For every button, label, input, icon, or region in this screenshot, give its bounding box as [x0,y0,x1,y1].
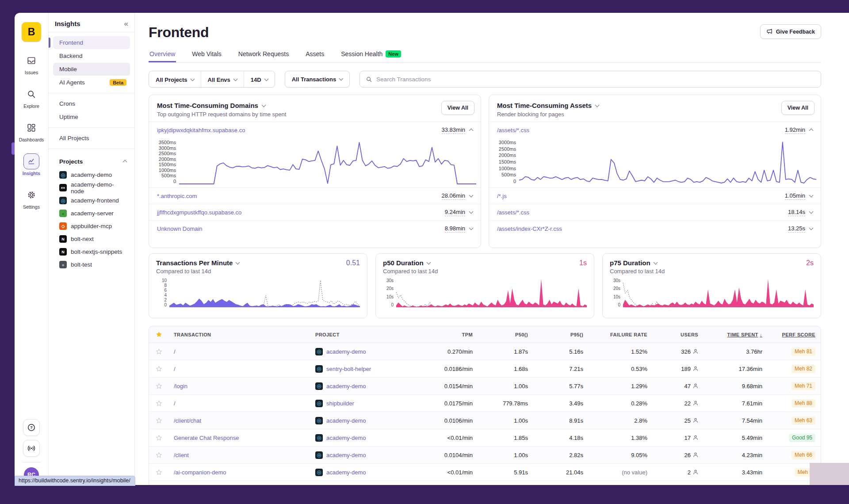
date-range-filter[interactable]: 14D [244,71,275,88]
col-users[interactable]: USERS [653,332,704,337]
assets-view-all-button[interactable]: View All [781,101,815,115]
domain-row[interactable]: Unknown Domain 8.98min [149,220,481,237]
col-transaction[interactable]: TRANSACTION [168,332,310,337]
tab[interactable]: Overview [149,50,176,62]
help-button[interactable]: ? [23,419,40,436]
asset-row[interactable]: /assets/index-CXr*Z-r.css 13.25s [489,220,821,237]
sidebar-project-item[interactable]: bolt-next [53,233,130,245]
project-link[interactable]: shipbuilder [326,400,354,407]
transaction-row[interactable]: /login academy-demo 0.0154/min 1.00s 5.7… [149,378,821,395]
transaction-link[interactable]: Generate Chat Response [174,435,239,441]
col-project[interactable]: PROJECT [310,332,421,337]
asset-row[interactable]: /assets/*.css 18.14s [489,204,821,220]
sidebar-project-item[interactable]: academy-demo-node [53,181,130,194]
project-link[interactable]: academy-demo [326,469,366,476]
chevron-up-icon[interactable] [469,129,474,133]
chevron-down-icon[interactable] [469,210,474,214]
sidebar-module-item[interactable]: AI Agents Beta [53,76,130,89]
rail-item-explore[interactable]: Explore [23,86,39,109]
transaction-link[interactable]: / [174,348,176,355]
environment-filter[interactable]: All Envs [201,71,244,88]
col-tpm[interactable]: TPM [421,332,478,337]
transaction-row[interactable]: /client academy-demo 0.0104/min 1.00s 2.… [149,447,821,464]
favorite-star-button[interactable] [149,435,168,441]
domain-link[interactable]: ipkyjdipwxdqkitahfmx.supabase.co [157,127,245,134]
chevron-down-icon[interactable] [469,193,474,198]
transaction-link[interactable]: / [174,366,176,372]
rail-item-insights[interactable]: Insights [23,153,40,176]
transaction-row[interactable]: / shipbuilder 0.0175/min 779.78ms 3.49s … [149,395,821,412]
collapse-sidebar-icon[interactable]: « [124,20,128,27]
search-transactions-input[interactable] [376,76,815,83]
sidebar-project-item[interactable]: academy-frontend [53,194,130,207]
projects-section-header[interactable]: Projects [53,155,130,168]
sidebar-project-item[interactable]: bolt-nextjs-snippets [53,245,130,258]
transaction-link[interactable]: /client [174,452,189,458]
chevron-down-icon[interactable] [809,193,814,198]
transaction-link[interactable]: /client/chat [174,417,201,424]
project-link[interactable]: academy-demo [326,383,366,389]
favorite-star-button[interactable] [149,348,168,355]
col-perf-score[interactable]: PERF SCORE [768,332,821,337]
rail-item-dashboards[interactable]: Dashboards [19,120,44,142]
sidebar-project-item[interactable]: bolt-test [53,258,130,271]
transaction-row[interactable]: Generate Chat Response academy-demo <0.0… [149,429,821,447]
chevron-down-icon[interactable] [809,226,814,230]
p50-title[interactable]: p50 Duration [383,259,587,267]
project-link[interactable]: academy-demo [326,417,366,424]
project-link[interactable]: academy-demo [326,348,366,355]
transactions-filter[interactable]: All Transactions [285,71,350,88]
assets-panel-title[interactable]: Most Time-Consuming Assets [497,102,813,109]
domain-row-expanded[interactable]: ipkyjdipwxdqkitahfmx.supabase.co 33.83mi… [149,122,481,138]
rail-item-settings[interactable]: Settings [23,187,40,210]
project-link[interactable]: academy-demo [326,435,366,441]
sidebar-module-item[interactable]: Frontend [53,36,130,49]
domains-panel-title[interactable]: Most Time-Consuming Domains [157,102,473,109]
sidebar-project-item[interactable]: academy-server [53,207,130,220]
domain-row[interactable]: *.anthropic.com 28.06min [149,187,481,204]
sidebar-item-all-projects[interactable]: All Projects [53,132,130,145]
project-link[interactable]: sentry-bolt-helper [326,366,371,372]
domain-link[interactable]: jjflfhcdxgmpustkffqo.supabase.co [157,209,241,216]
domain-link[interactable]: *.anthropic.com [157,193,197,199]
asset-row[interactable]: /*.js 1.05min [489,187,821,204]
col-time-spent[interactable]: TIME SPENT ↓ [704,332,768,337]
chevron-up-icon[interactable] [809,129,814,133]
transaction-row[interactable]: / academy-demo 0.270/min 1.87s 5.16s 1.5… [149,343,821,360]
chevron-down-icon[interactable] [469,226,474,230]
transaction-row[interactable]: / sentry-bolt-helper 0.0186/min 1.68s 7.… [149,360,821,378]
tab[interactable]: Network Requests [237,50,290,62]
domain-link[interactable]: Unknown Domain [157,225,203,232]
asset-link[interactable]: /assets/*.css [497,127,529,134]
transaction-row[interactable]: /client/chat academy-demo 0.0106/min 1.0… [149,412,821,429]
col-p50[interactable]: P50() [478,332,533,337]
transaction-row[interactable]: Voice Health Entry Process academy-demo … [149,481,821,485]
domain-row[interactable]: jjflfhcdxgmpustkffqo.supabase.co 9.24min [149,204,481,220]
col-failure-rate[interactable]: FAILURE RATE [589,332,653,337]
sidebar-project-item[interactable]: academy-demo [53,168,130,181]
transaction-row[interactable]: /ai-companion-demo academy-demo <0.01/mi… [149,464,821,481]
broadcast-button[interactable] [23,440,40,457]
asset-link[interactable]: /assets/index-CXr*Z-r.css [497,225,562,232]
tab[interactable]: Session Health New [340,50,402,62]
transaction-link[interactable]: /ai-companion-demo [174,469,226,476]
p75-title[interactable]: p75 Duration [610,259,814,267]
sidebar-project-item[interactable]: appbuilder-mcp [53,220,130,233]
chevron-down-icon[interactable] [809,210,814,214]
org-logo[interactable]: B [22,22,41,42]
asset-link[interactable]: /assets/*.css [497,209,529,216]
transaction-link[interactable]: / [174,400,176,407]
favorite-star-button[interactable] [149,383,168,389]
transaction-link[interactable]: /login [174,383,187,389]
tab[interactable]: Web Vitals [191,50,222,62]
sidebar-module-item[interactable]: Mobile [53,63,130,76]
project-link[interactable]: academy-demo [326,452,366,458]
tab[interactable]: Assets [305,50,325,62]
sidebar-module-item[interactable]: Backend [53,50,130,62]
give-feedback-button[interactable]: Give Feedback [760,24,821,39]
tpm-title[interactable]: Transactions Per Minute [156,259,360,267]
favorite-star-button[interactable] [149,417,168,424]
favorite-star-button[interactable] [149,366,168,372]
search-transactions-box[interactable] [359,71,821,88]
rail-item-issues[interactable]: Issues [23,53,39,75]
